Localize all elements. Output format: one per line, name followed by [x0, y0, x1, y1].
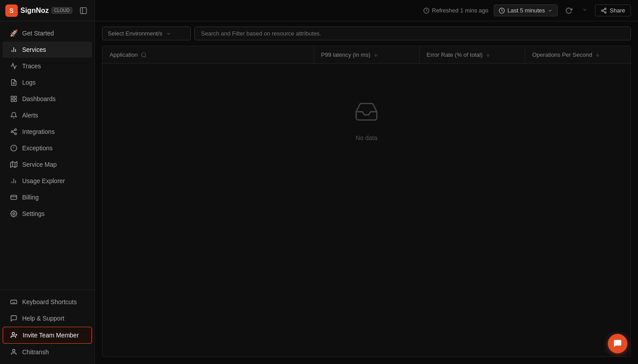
integrations-icon	[10, 128, 18, 136]
clock-icon	[423, 8, 429, 14]
sidebar-item-invite-team-member[interactable]: Invite Team Member	[3, 327, 92, 344]
svg-point-11	[15, 129, 16, 130]
time-range-selector[interactable]: Last 5 minutes	[494, 4, 558, 16]
no-data-icon	[354, 99, 379, 129]
svg-line-38	[603, 11, 605, 12]
col-p99-latency-sort-icon[interactable]	[373, 52, 378, 58]
svg-point-40	[141, 52, 145, 56]
table-header-row: Application P99 latency (in ms)	[102, 46, 630, 64]
refresh-button[interactable]	[563, 5, 575, 16]
share-icon	[601, 8, 607, 14]
share-label: Share	[610, 7, 625, 14]
sidebar-item-label: Service Map	[22, 161, 57, 168]
svg-rect-9	[14, 99, 16, 102]
environment-select[interactable]: Select Environment/s	[102, 27, 191, 40]
env-select-chevron-icon	[166, 31, 171, 36]
sidebar: S SignNoz CLOUD 🚀 Get Started Services	[0, 0, 95, 364]
svg-point-37	[605, 12, 606, 13]
svg-marker-19	[11, 161, 17, 167]
logs-icon	[10, 78, 18, 86]
share-button[interactable]: Share	[595, 4, 631, 16]
svg-point-29	[12, 333, 14, 335]
sidebar-item-integrations[interactable]: Integrations	[3, 124, 92, 140]
sidebar-item-chitransh[interactable]: Chitransh	[3, 344, 92, 360]
sidebar-item-label: Alerts	[22, 112, 38, 119]
traces-icon	[10, 62, 18, 70]
invite-team-member-icon	[10, 331, 18, 339]
sidebar-item-label: Help & Support	[22, 315, 64, 322]
usage-explorer-icon	[10, 177, 18, 185]
sidebar-item-label: Settings	[22, 210, 45, 217]
sidebar-item-billing[interactable]: Billing	[3, 189, 92, 205]
refresh-dropdown-button[interactable]	[580, 5, 590, 16]
col-ops-per-second-sort-icon[interactable]	[595, 52, 600, 58]
sidebar-item-dashboards[interactable]: Dashboards	[3, 91, 92, 107]
svg-line-39	[603, 9, 605, 10]
refresh-label: Refreshed 1 mins ago	[432, 7, 488, 14]
no-data-container: No data	[102, 64, 630, 177]
exceptions-icon	[10, 144, 18, 152]
no-data-text: No data	[355, 134, 377, 141]
sidebar-item-help-support[interactable]: Help & Support	[3, 310, 92, 326]
sidebar-item-label: Logs	[22, 79, 35, 86]
svg-point-27	[13, 213, 15, 215]
app-name: SignNoz	[20, 7, 49, 15]
sidebar-item-traces[interactable]: Traces	[3, 58, 92, 74]
sidebar-item-label: Usage Explorer	[22, 177, 65, 184]
get-started-icon: 🚀	[10, 29, 18, 37]
table-no-data-row: No data	[102, 64, 630, 177]
sidebar-item-label: Get Started	[22, 30, 54, 37]
sidebar-item-service-map[interactable]: Service Map	[3, 157, 92, 172]
chat-bubble-icon	[613, 339, 622, 348]
svg-point-32	[12, 349, 15, 352]
chevron-down-icon	[547, 8, 553, 13]
cloud-badge: CLOUD	[51, 7, 72, 14]
time-range-label: Last 5 minutes	[508, 7, 545, 14]
col-error-rate: Error Rate (% of total)	[419, 46, 525, 64]
svg-rect-10	[11, 99, 13, 102]
svg-point-36	[602, 10, 603, 12]
help-support-icon	[10, 314, 18, 322]
svg-rect-25	[11, 195, 16, 199]
sidebar-item-services[interactable]: Services	[3, 42, 92, 58]
col-application-label: Application	[110, 51, 138, 58]
sidebar-item-exceptions[interactable]: Exceptions	[3, 140, 92, 156]
svg-rect-8	[14, 96, 16, 98]
sidebar-item-keyboard-shortcuts[interactable]: Keyboard Shortcuts	[3, 294, 92, 310]
svg-point-12	[11, 131, 13, 133]
sidebar-item-label: Invite Team Member	[23, 332, 79, 339]
sidebar-nav: 🚀 Get Started Services Traces	[0, 21, 95, 290]
col-ops-per-second: Operations Per Second	[525, 46, 630, 64]
logo-icon: S	[5, 4, 18, 17]
alerts-icon	[10, 111, 18, 119]
svg-point-35	[605, 8, 606, 10]
sidebar-item-usage-explorer[interactable]: Usage Explorer	[3, 173, 92, 189]
sidebar-item-alerts[interactable]: Alerts	[3, 107, 92, 123]
search-filter-input[interactable]	[194, 27, 631, 40]
table-no-data-cell: No data	[102, 64, 630, 177]
services-data-table: Application P99 latency (in ms)	[102, 46, 630, 177]
sidebar-toggle-button[interactable]	[78, 5, 89, 16]
sidebar-item-logs[interactable]: Logs	[3, 74, 92, 90]
sidebar-header: S SignNoz CLOUD	[0, 0, 95, 21]
sidebar-item-label: Chitransh	[22, 348, 49, 356]
col-application-search-icon[interactable]	[141, 52, 147, 58]
col-ops-per-second-label: Operations Per Second	[532, 51, 592, 58]
col-error-rate-label: Error Rate (% of total)	[427, 51, 483, 58]
sidebar-item-label: Integrations	[22, 128, 55, 135]
sidebar-item-label: Dashboards	[22, 95, 56, 102]
svg-line-41	[145, 56, 146, 57]
service-map-icon	[10, 160, 18, 168]
sidebar-item-get-started[interactable]: 🚀 Get Started	[3, 25, 92, 41]
chat-support-bubble[interactable]	[608, 334, 627, 353]
keyboard-shortcuts-icon	[10, 298, 18, 306]
svg-line-14	[13, 132, 15, 133]
col-error-rate-sort-icon[interactable]	[485, 52, 491, 58]
billing-icon	[10, 193, 18, 201]
sidebar-item-settings[interactable]: Settings	[3, 206, 92, 222]
user-avatar-icon	[10, 348, 18, 356]
svg-rect-0	[80, 8, 87, 14]
dashboards-icon	[10, 95, 18, 103]
col-p99-latency-label: P99 latency (in ms)	[321, 51, 370, 58]
svg-line-15	[13, 130, 15, 131]
